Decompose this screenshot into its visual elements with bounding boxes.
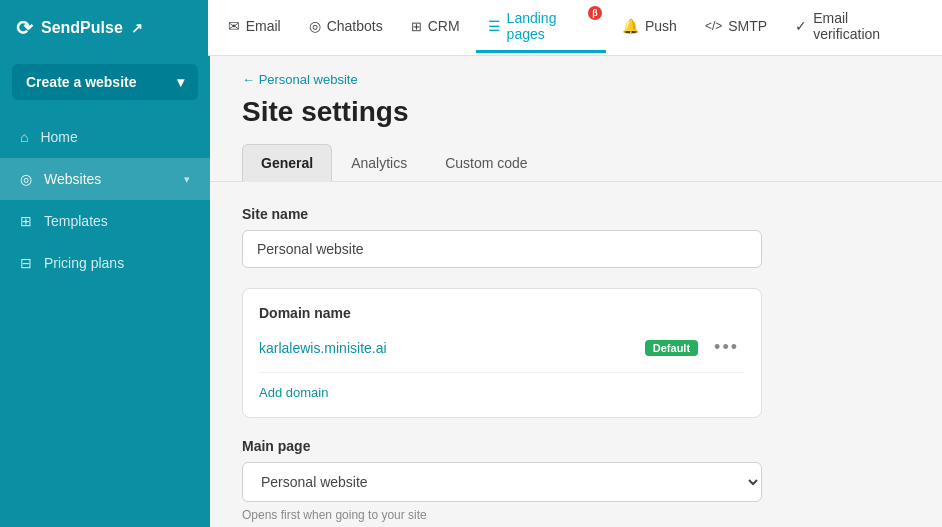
landing-icon: ☰ [488, 18, 501, 34]
tab-analytics-label: Analytics [351, 155, 407, 171]
nav-label-push: Push [645, 18, 677, 34]
sidebar-label-websites: Websites [44, 171, 101, 187]
push-icon: 🔔 [622, 18, 639, 34]
site-name-label: Site name [242, 206, 910, 222]
pricing-icon: ⊟ [20, 255, 32, 271]
more-icon: ••• [714, 337, 739, 357]
nav-item-landing[interactable]: ☰ Landing pages β [476, 2, 606, 53]
check-icon: ✓ [795, 18, 807, 34]
sidebar-label-home: Home [40, 129, 77, 145]
main-content: Personal website Site settings General A… [210, 56, 942, 527]
nav-label-landing: Landing pages [507, 10, 594, 42]
sidebar-item-websites[interactable]: ◎ Websites ▾ [0, 158, 210, 200]
sidebar-label-pricing: Pricing plans [44, 255, 124, 271]
logo: ⟳ SendPulse ↗ [0, 0, 208, 56]
page-title: Site settings [210, 88, 942, 144]
nav-label-crm: CRM [428, 18, 460, 34]
more-options-button[interactable]: ••• [708, 335, 745, 360]
create-website-button[interactable]: Create a website ▾ [12, 64, 198, 100]
site-name-input[interactable] [242, 230, 762, 268]
create-chevron-icon: ▾ [177, 74, 184, 90]
sidebar-nav: ⌂ Home ◎ Websites ▾ ⊞ Templates ⊟ Pricin… [0, 116, 210, 284]
nav-item-smtp[interactable]: </> SMTP [693, 10, 779, 45]
beta-badge: β [588, 6, 602, 20]
logo-symbol: ↗ [131, 20, 143, 36]
domain-section-title: Domain name [259, 305, 745, 321]
sidebar-item-templates[interactable]: ⊞ Templates [0, 200, 210, 242]
nav-label-email: Email [246, 18, 281, 34]
logo-text: SendPulse [41, 19, 123, 37]
nav-item-push[interactable]: 🔔 Push [610, 10, 689, 45]
tab-general[interactable]: General [242, 144, 332, 182]
breadcrumb-link[interactable]: Personal website [242, 72, 358, 87]
breadcrumb-bar: Personal website [210, 56, 942, 88]
add-domain-link[interactable]: Add domain [259, 385, 328, 400]
main-page-section: Main page Personal website Opens first w… [242, 438, 910, 522]
nav-label-chatbots: Chatbots [327, 18, 383, 34]
domain-row: karlalewis.minisite.ai Default ••• [259, 335, 745, 373]
sidebar: Create a website ▾ ⌂ Home ◎ Websites ▾ ⊞… [0, 56, 210, 527]
domain-right: Default ••• [645, 335, 745, 360]
templates-icon: ⊞ [20, 213, 32, 229]
top-navigation: ⟳ SendPulse ↗ ✉ Email ◎ Chatbots ⊞ CRM ☰… [0, 0, 942, 56]
sidebar-item-pricing[interactable]: ⊟ Pricing plans [0, 242, 210, 284]
websites-icon: ◎ [20, 171, 32, 187]
sidebar-item-home[interactable]: ⌂ Home [0, 116, 210, 158]
nav-item-chatbots[interactable]: ◎ Chatbots [297, 10, 395, 45]
logo-icon: ⟳ [16, 16, 33, 40]
tabs-bar: General Analytics Custom code [210, 144, 942, 182]
tab-analytics[interactable]: Analytics [332, 144, 426, 182]
websites-chevron-icon: ▾ [184, 173, 190, 186]
main-page-hint: Opens first when going to your site [242, 508, 910, 522]
email-icon: ✉ [228, 18, 240, 34]
domain-card: Domain name karlalewis.minisite.ai Defau… [242, 288, 762, 418]
crm-icon: ⊞ [411, 19, 422, 34]
default-badge: Default [645, 340, 698, 356]
chatbots-icon: ◎ [309, 18, 321, 34]
form-section: Site name Domain name karlalewis.minisit… [210, 206, 942, 522]
main-page-label: Main page [242, 438, 910, 454]
sidebar-label-templates: Templates [44, 213, 108, 229]
main-page-select[interactable]: Personal website [242, 462, 762, 502]
home-icon: ⌂ [20, 129, 28, 145]
nav-item-email-verification[interactable]: ✓ Email verification [783, 2, 926, 53]
top-nav-items: ✉ Email ◎ Chatbots ⊞ CRM ☰ Landing pages… [216, 2, 926, 53]
tab-custom-code[interactable]: Custom code [426, 144, 546, 182]
smtp-icon: </> [705, 19, 722, 33]
nav-label-smtp: SMTP [728, 18, 767, 34]
nav-item-email[interactable]: ✉ Email [216, 10, 293, 45]
create-website-label: Create a website [26, 74, 137, 90]
tab-general-label: General [261, 155, 313, 171]
domain-link[interactable]: karlalewis.minisite.ai [259, 340, 387, 356]
nav-label-email-verification: Email verification [813, 10, 914, 42]
tab-custom-code-label: Custom code [445, 155, 527, 171]
nav-item-crm[interactable]: ⊞ CRM [399, 10, 472, 45]
